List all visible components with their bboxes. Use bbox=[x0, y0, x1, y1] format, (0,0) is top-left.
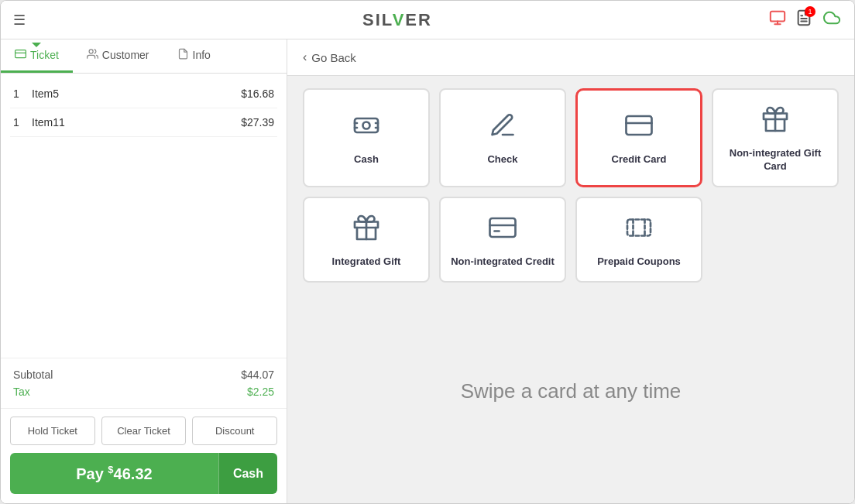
payment-methods-row1: Cash Check bbox=[303, 88, 839, 187]
item-qty: 1 bbox=[13, 116, 32, 129]
left-tabs: Ticket Customer bbox=[1, 39, 287, 74]
info-tab-icon bbox=[177, 48, 189, 62]
notes-badge: 1 bbox=[805, 6, 816, 17]
payment-card-non-integrated-gift[interactable]: Non-integrated Gift Card bbox=[712, 88, 839, 187]
pay-row: Pay $46.32 Cash bbox=[10, 453, 277, 494]
go-back-bar[interactable]: ‹ Go Back bbox=[287, 39, 854, 76]
pay-button[interactable]: Pay $46.32 bbox=[10, 453, 218, 494]
app-container: ☰ SILVER 1 bbox=[0, 0, 855, 504]
credit-card-label: Credit Card bbox=[612, 153, 667, 166]
svg-rect-19 bbox=[627, 219, 651, 235]
svg-rect-0 bbox=[771, 11, 785, 21]
header-left: ☰ bbox=[13, 12, 26, 29]
main-body: Ticket Customer bbox=[1, 39, 854, 503]
download-icon[interactable] bbox=[769, 9, 786, 31]
pay-currency: $ bbox=[108, 464, 113, 475]
go-back-label: Go Back bbox=[311, 51, 356, 64]
item-price: $16.68 bbox=[241, 87, 274, 100]
header-right: 1 bbox=[769, 9, 842, 31]
left-actions: Hold Ticket Clear Ticket Discount bbox=[1, 408, 287, 453]
item-price: $27.39 bbox=[241, 116, 274, 129]
go-back-arrow-icon: ‹ bbox=[303, 50, 307, 64]
order-item[interactable]: 1 Item11 $27.39 bbox=[10, 108, 277, 137]
ticket-tab-icon bbox=[15, 48, 26, 62]
tab-ticket[interactable]: Ticket bbox=[1, 39, 73, 73]
order-items-list: 1 Item5 $16.68 1 Item11 $27.39 bbox=[1, 74, 287, 358]
tax-value: $2.25 bbox=[247, 386, 274, 398]
prepaid-coupons-icon bbox=[625, 214, 653, 248]
svg-rect-10 bbox=[627, 116, 652, 135]
payment-grid-area: Cash Check bbox=[287, 76, 854, 503]
cloud-icon[interactable] bbox=[822, 9, 842, 31]
swipe-text: Swipe a card at any time bbox=[461, 379, 682, 403]
order-totals: Subtotal $44.07 Tax $2.25 bbox=[1, 358, 287, 408]
tab-info[interactable]: Info bbox=[163, 39, 225, 73]
notes-icon[interactable]: 1 bbox=[795, 9, 812, 31]
integrated-gift-icon bbox=[352, 214, 380, 248]
ticket-tab-label: Ticket bbox=[30, 49, 59, 61]
svg-rect-5 bbox=[15, 50, 26, 58]
header: ☰ SILVER 1 bbox=[1, 1, 854, 39]
non-integrated-gift-icon bbox=[761, 105, 789, 139]
info-tab-label: Info bbox=[193, 49, 211, 61]
discount-button[interactable]: Discount bbox=[192, 417, 277, 445]
cash-icon bbox=[352, 111, 380, 146]
payment-card-non-integrated-credit[interactable]: Non-integrated Credit bbox=[439, 197, 566, 283]
pay-label: Pay bbox=[76, 465, 104, 482]
payment-card-integrated-gift[interactable]: Integrated Gift bbox=[303, 197, 430, 283]
payment-card-credit-card[interactable]: Credit Card bbox=[575, 88, 702, 187]
payment-card-cash[interactable]: Cash bbox=[303, 88, 430, 187]
customer-tab-icon bbox=[87, 48, 98, 62]
credit-card-icon bbox=[625, 111, 653, 146]
non-integrated-credit-icon bbox=[489, 214, 517, 248]
customer-tab-label: Customer bbox=[102, 49, 149, 61]
non-integrated-credit-label: Non-integrated Credit bbox=[451, 255, 555, 269]
integrated-gift-label: Integrated Gift bbox=[332, 255, 401, 269]
tab-customer[interactable]: Customer bbox=[73, 39, 163, 73]
payment-card-empty bbox=[712, 197, 839, 283]
pay-cash-button[interactable]: Cash bbox=[218, 453, 277, 494]
hold-ticket-button[interactable]: Hold Ticket bbox=[10, 417, 95, 445]
clear-ticket-button[interactable]: Clear Ticket bbox=[101, 417, 187, 445]
left-panel: Ticket Customer bbox=[1, 39, 287, 503]
svg-rect-8 bbox=[355, 118, 378, 132]
non-integrated-gift-label: Non-integrated Gift Card bbox=[721, 147, 829, 173]
tax-row: Tax $2.25 bbox=[13, 383, 274, 400]
cash-label: Cash bbox=[354, 153, 379, 166]
item-name: Item5 bbox=[32, 87, 241, 100]
item-qty: 1 bbox=[13, 87, 32, 100]
order-item[interactable]: 1 Item5 $16.68 bbox=[10, 80, 277, 108]
header-title: SILVER bbox=[362, 10, 432, 30]
svg-point-7 bbox=[89, 50, 93, 53]
subtotal-label: Subtotal bbox=[13, 369, 53, 381]
payment-methods-row2: Integrated Gift Non-integrated Credit bbox=[303, 197, 839, 283]
svg-point-9 bbox=[363, 122, 370, 129]
svg-rect-16 bbox=[490, 218, 516, 237]
check-label: Check bbox=[487, 153, 517, 166]
subtotal-row: Subtotal $44.07 bbox=[13, 366, 274, 383]
tax-label: Tax bbox=[13, 386, 30, 398]
pay-amount-value: 46.32 bbox=[114, 465, 153, 482]
swipe-text-area: Swipe a card at any time bbox=[303, 292, 839, 491]
check-icon bbox=[489, 111, 517, 146]
prepaid-coupons-label: Prepaid Coupons bbox=[597, 255, 681, 269]
right-panel: ‹ Go Back C bbox=[287, 39, 854, 503]
subtotal-value: $44.07 bbox=[241, 369, 274, 381]
payment-card-prepaid-coupons[interactable]: Prepaid Coupons bbox=[575, 197, 702, 283]
hamburger-icon[interactable]: ☰ bbox=[13, 12, 26, 29]
payment-card-check[interactable]: Check bbox=[439, 88, 566, 187]
item-name: Item11 bbox=[32, 116, 241, 129]
